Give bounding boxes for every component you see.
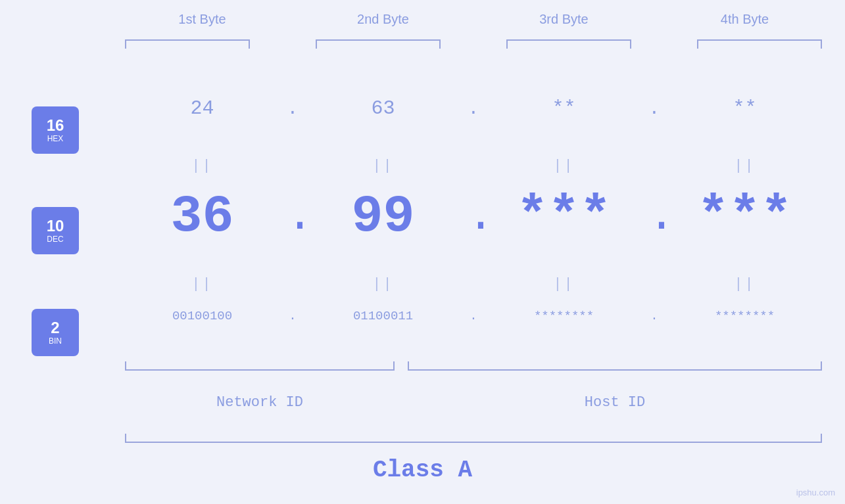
col-header-3: 3rd Byte [487, 12, 641, 27]
bracket-bottom-network [125, 361, 395, 371]
id-gap [395, 394, 408, 411]
watermark: ipshu.com [796, 488, 835, 497]
equals-row-2: || || || || [125, 276, 822, 292]
bin-sep-1: . [286, 309, 299, 323]
host-id-label: Host ID [408, 394, 822, 411]
hex-badge: 16 HEX [32, 106, 79, 154]
bracket-bottom-host [408, 361, 822, 371]
dec-val-4: *** [667, 191, 822, 243]
dec-sep-1: . [286, 194, 299, 240]
hex-val-4: ** [667, 97, 822, 120]
dec-badge: 10 DEC [32, 207, 79, 254]
bracket-top-4 [697, 39, 822, 49]
id-labels: Network ID Host ID [125, 394, 822, 411]
bin-val-1: 00100100 [125, 309, 279, 323]
main-layout: 1st Byte 2nd Byte 3rd Byte 4th Byte 16 H… [0, 0, 845, 504]
hex-val-3: ** [487, 97, 641, 120]
dec-val-1: 36 [125, 191, 279, 243]
bin-sep-3: . [648, 309, 661, 323]
bin-badge-label: BIN [49, 336, 62, 346]
bin-val-2: 01100011 [306, 309, 460, 323]
eq-2-4: || [667, 276, 822, 292]
bracket-top-1 [125, 39, 250, 49]
bin-val-4: ******** [667, 309, 822, 323]
dec-badge-label: DEC [47, 235, 63, 244]
bracket-gap [395, 361, 408, 371]
hex-val-1: 24 [125, 97, 279, 120]
bin-badge-num: 2 [51, 319, 59, 336]
eq-1-2: || [306, 158, 460, 174]
class-label: Class A [0, 457, 845, 484]
eq-2-2: || [306, 276, 460, 292]
hex-row: 24 . 63 . ** . ** [125, 97, 822, 120]
column-headers: 1st Byte 2nd Byte 3rd Byte 4th Byte [125, 12, 822, 27]
bin-val-3: ******** [487, 309, 641, 323]
hex-badge-label: HEX [47, 134, 64, 143]
hex-sep-2: . [467, 99, 480, 119]
bracket-top-3 [506, 39, 631, 49]
eq-2-1: || [125, 276, 279, 292]
dec-sep-2: . [467, 194, 480, 240]
dec-val-2: 99 [306, 191, 460, 243]
bin-sep-2: . [467, 309, 480, 323]
bin-row: 00100100 . 01100011 . ******** . *******… [125, 309, 822, 323]
hex-sep-1: . [286, 99, 299, 119]
bottom-brackets [125, 361, 822, 371]
col-header-4: 4th Byte [667, 12, 822, 27]
eq-1-1: || [125, 158, 279, 174]
bin-badge: 2 BIN [32, 309, 79, 356]
hex-badge-num: 16 [47, 117, 64, 134]
full-bottom-bracket [125, 434, 822, 443]
hex-val-2: 63 [306, 97, 460, 120]
dec-badge-num: 10 [47, 218, 64, 235]
col-header-1: 1st Byte [125, 12, 279, 27]
dec-row: 36 . 99 . *** . *** [125, 191, 822, 243]
bracket-top-2 [316, 39, 441, 49]
eq-2-3: || [487, 276, 641, 292]
eq-1-4: || [667, 158, 822, 174]
top-brackets [125, 39, 822, 49]
network-id-label: Network ID [125, 394, 395, 411]
hex-sep-3: . [648, 99, 661, 119]
eq-1-3: || [487, 158, 641, 174]
col-header-2: 2nd Byte [306, 12, 460, 27]
dec-sep-3: . [648, 194, 661, 240]
equals-row-1: || || || || [125, 158, 822, 174]
dec-val-3: *** [487, 191, 641, 243]
